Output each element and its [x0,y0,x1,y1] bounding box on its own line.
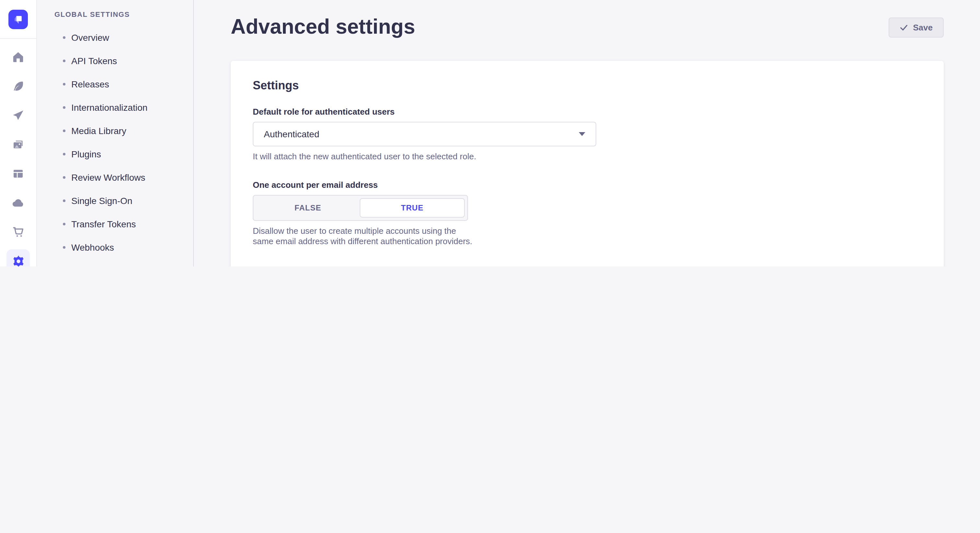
bullet-icon [63,106,65,109]
cloud-icon [12,196,25,209]
sidebar-item-label: Transfer Tokens [71,219,136,229]
sidebar-item-label: Media Library [71,125,126,136]
one-account-label: One account per email address [253,180,922,190]
nav-rail: KD [0,0,37,266]
sidebar-item-overview[interactable]: Overview [37,26,193,49]
sidebar-item-label: Internationalization [71,102,148,113]
rail-icons [0,39,36,266]
sidebar-item-label: Single Sign-On [71,195,132,206]
sidebar-item-label: Review Workflows [71,172,145,182]
save-button[interactable]: Save [888,17,944,38]
sidebar-item-label: API Tokens [71,56,117,66]
default-role-label: Default role for authenticated users [253,107,922,117]
bullet-icon [63,246,65,249]
app: KD GLOBAL SETTINGS Overview API Tokens R… [0,0,980,266]
check-icon [899,23,908,32]
default-role-value: Authenticated [264,129,319,139]
home-icon [12,51,25,63]
one-account-hint: Disallow the user to create multiple acc… [253,226,473,247]
bullet-icon [63,200,65,202]
media-library-icon [12,138,25,151]
feather-icon [12,80,25,93]
logo-box [0,0,36,39]
field-one-account: One account per email address FALSE TRUE… [253,180,922,247]
bullet-icon [63,176,65,179]
field-default-role: Default role for authenticated users Aut… [253,107,922,162]
rail-item-content-manager[interactable] [6,162,30,185]
rail-item-media-library[interactable] [6,133,30,156]
sidebar-item-label: Webhooks [71,242,114,252]
chevron-down-icon [579,132,585,136]
sidebar-item-label: Plugins [71,149,101,159]
enable-signups-label: Enable sign-ups [253,265,922,266]
sidebar-section-administration-panel: ADMINISTRATION PANEL Audit Logs Roles Us… [37,265,193,266]
bullet-icon [63,83,65,86]
bullet-icon [63,60,65,62]
page-title: Advanced settings [231,14,415,39]
default-role-hint: It will attach the new authenticated use… [253,152,922,162]
strapi-logo[interactable] [8,10,28,29]
sidebar-item-label: Releases [71,79,109,89]
bullet-icon [63,130,65,132]
sidebar-item-api-tokens[interactable]: API Tokens [37,49,193,73]
rail-item-home[interactable] [6,45,30,69]
save-button-label: Save [913,23,933,32]
main-content: Advanced settings Save Settings Default … [194,0,980,266]
one-account-false-button[interactable]: FALSE [256,198,360,217]
sidebar-item-single-sign-on[interactable]: Single Sign-On [37,189,193,213]
default-role-select[interactable]: Authenticated [253,122,596,146]
rail-item-deploy[interactable] [6,104,30,127]
sidebar-item-media-library[interactable]: Media Library [37,119,193,143]
sidebar-item-webhooks[interactable]: Webhooks [37,236,193,259]
rail-item-cloud[interactable] [6,191,30,214]
gear-icon [11,254,25,266]
bullet-icon [63,223,65,225]
sidebar-item-review-workflows[interactable]: Review Workflows [37,166,193,189]
settings-card: Settings Default role for authenticated … [231,61,944,266]
sidebar-section-header: ADMINISTRATION PANEL [37,265,193,266]
one-account-true-button[interactable]: TRUE [360,198,465,217]
rail-item-content-type-builder[interactable] [6,75,30,98]
one-account-toggle: FALSE TRUE [253,195,468,221]
settings-section-title: Settings [253,79,922,93]
sidebar-item-label: Overview [71,32,109,43]
shopping-cart-icon [12,225,25,238]
rail-item-marketplace[interactable] [6,220,30,244]
sidebar-item-releases[interactable]: Releases [37,73,193,96]
strapi-logo-icon [12,13,24,25]
field-enable-signups: Enable sign-ups FALSE TRUE When disabled… [253,265,922,266]
bullet-icon [63,36,65,39]
page-header: Advanced settings Save [194,0,980,39]
sidebar-section-global-settings: GLOBAL SETTINGS Overview API Tokens Rele… [37,3,193,259]
sidebar-item-transfer-tokens[interactable]: Transfer Tokens [37,213,193,236]
layout-icon [12,167,25,180]
rail-item-settings[interactable] [6,249,30,266]
settings-sidebar: GLOBAL SETTINGS Overview API Tokens Rele… [37,0,194,266]
sidebar-item-internationalization[interactable]: Internationalization [37,96,193,119]
paper-plane-icon [12,109,25,122]
bullet-icon [63,153,65,155]
sidebar-item-plugins[interactable]: Plugins [37,143,193,166]
sidebar-section-header: GLOBAL SETTINGS [37,3,193,26]
